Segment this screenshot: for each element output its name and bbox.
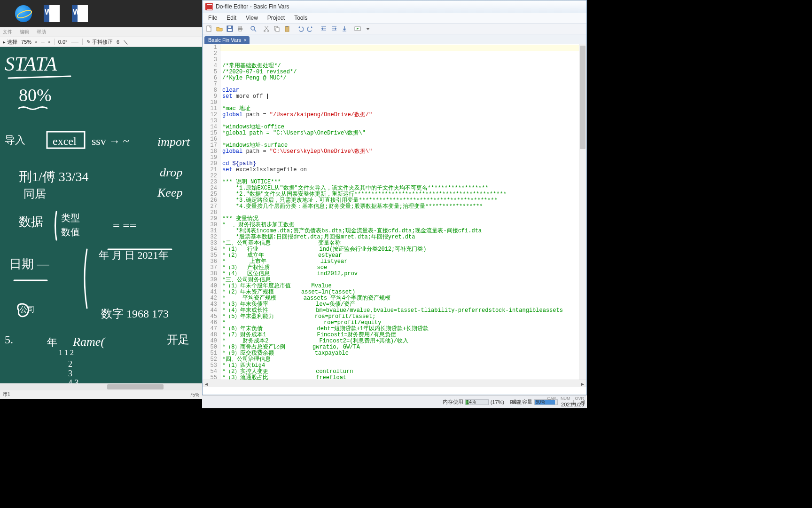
svg-text:1    1   2: 1 1 2 [59, 349, 74, 357]
svg-text:ssv → ~: ssv → ~ [92, 135, 129, 147]
svg-rect-26 [207, 26, 211, 32]
open-icon[interactable] [215, 24, 224, 33]
stata-dofile-editor: Do-file Editor - Basic Fin Vars File Edi… [202, 0, 587, 395]
hscroll-left-icon[interactable]: ◄ [203, 380, 210, 388]
rot-slider[interactable]: ── [71, 39, 78, 45]
svg-text:导入: 导入 [5, 134, 25, 146]
svg-text:公司: 公司 [20, 305, 35, 313]
word-icon-2[interactable] [66, 2, 94, 25]
word-icon[interactable] [38, 2, 66, 25]
svg-text:年: 年 [47, 336, 57, 348]
stata-app-icon [205, 3, 213, 10]
hand-correct-label: ✎ 手抖修正 [86, 39, 113, 46]
svg-text:80%: 80% [19, 85, 52, 105]
menu-view[interactable]: View [242, 14, 262, 22]
print-icon[interactable] [235, 24, 245, 33]
num-indicator: NUM [561, 396, 570, 402]
menu-bar: File Edit View Project Tools [203, 13, 586, 23]
find-icon[interactable] [249, 24, 258, 33]
system-date[interactable]: 2021/1/29 [526, 402, 587, 408]
language-indicator[interactable]: ENG [510, 400, 520, 405]
hand-correct-value[interactable]: 6 [117, 39, 119, 45]
whiteboard-toolbar: ▸ 选择 75% ▫ ─ ▫ 0.0° ── ✎ 手抖修正 6 ＼ [0, 37, 202, 47]
svg-text:开足: 开足 [167, 333, 189, 346]
cut-icon[interactable] [262, 24, 271, 33]
code-editor[interactable]: 1 2 3 4 5 6 7 8 9 10 11 12 13 14 15 16 1… [203, 44, 586, 380]
undo-icon[interactable] [296, 24, 305, 33]
wb-menu-help[interactable]: 帮助 [37, 29, 46, 35]
hscrollbar-thumb[interactable] [107, 384, 164, 389]
svg-text:import: import [157, 135, 190, 149]
indent-right-icon[interactable] [329, 24, 339, 33]
tab-basic-fin-vars[interactable]: Basic Fin Vars × [204, 36, 250, 44]
svg-text:数据: 数据 [19, 215, 43, 229]
window-title: Do-file Editor - Basic Fin Vars [216, 3, 289, 10]
status-left: 币1 [3, 391, 10, 398]
menu-project[interactable]: Project [264, 14, 289, 22]
tab-label: Basic Fin Vars [208, 37, 241, 43]
close-tab-icon[interactable]: × [244, 38, 247, 43]
whiteboard-app: 文件 编辑 帮助 ▸ 选择 75% ▫ ─ ▫ 0.0° ── ✎ 手抖修正 6… [0, 0, 202, 508]
whiteboard-menubar: 文件 编辑 帮助 [0, 27, 202, 37]
copy-icon[interactable] [272, 24, 281, 33]
ovr-indicator: OVR [575, 396, 584, 402]
memory-meter[interactable]: 内存使用 14% (17%) [443, 398, 504, 405]
svg-text:数值: 数值 [61, 227, 80, 237]
internet-explorer-icon[interactable] [9, 2, 38, 25]
svg-text:类型: 类型 [61, 213, 80, 223]
zoom-value[interactable]: 75% [21, 39, 31, 45]
zoom-slider[interactable]: ─ [41, 39, 45, 45]
svg-text:= ==: = == [113, 219, 137, 232]
svg-text:STATA: STATA [5, 53, 57, 75]
svg-text:2: 2 [68, 359, 72, 369]
windows-taskbar-fragment [0, 0, 202, 27]
current-line-highlight [220, 45, 586, 51]
svg-text:excel: excel [53, 135, 77, 147]
memory-label: 内存使用 [443, 398, 463, 405]
svg-point-35 [268, 31, 269, 32]
select-tool[interactable]: ▸ 选择 [3, 39, 17, 46]
svg-rect-38 [285, 26, 289, 32]
menu-file[interactable]: File [204, 14, 221, 22]
black-region-left [0, 399, 202, 508]
paste-icon[interactable] [282, 24, 292, 33]
svg-text:Keep: Keep [157, 186, 182, 199]
status-zoom: 75% [190, 392, 199, 397]
svg-rect-37 [276, 28, 279, 32]
indent-left-icon[interactable] [319, 24, 328, 33]
whiteboard-canvas[interactable]: STATA 80% 导入 excel ssv → ~ import 刑1/傅 3… [0, 47, 202, 390]
black-region-right [587, 0, 812, 508]
memory-pct: 14% [467, 399, 476, 405]
svg-point-34 [264, 31, 265, 32]
run-icon[interactable] [353, 24, 362, 33]
cap-indicator: CAP [547, 396, 556, 402]
rotation-value[interactable]: 0.0° [58, 39, 68, 45]
new-file-icon[interactable] [204, 24, 214, 33]
menu-edit[interactable]: Edit [223, 14, 240, 22]
whiteboard-statusbar: 币1 75% [0, 390, 202, 399]
svg-rect-31 [239, 26, 242, 28]
zoom-out-icon[interactable]: ▫ [35, 39, 37, 45]
toolbar [203, 23, 586, 34]
svg-point-33 [251, 26, 255, 30]
editor-hscrollbar[interactable]: ◄ ► [203, 380, 586, 387]
editor-tabs: Basic Fin Vars × [203, 34, 586, 44]
svg-text:3: 3 [68, 369, 72, 378]
menu-tools[interactable]: Tools [290, 14, 311, 22]
window-titlebar[interactable]: Do-file Editor - Basic Fin Vars [203, 0, 586, 13]
redo-icon[interactable] [306, 24, 315, 33]
svg-rect-39 [286, 26, 288, 27]
hscroll-right-icon[interactable]: ► [579, 380, 586, 388]
save-icon[interactable] [225, 24, 234, 33]
wb-menu-file[interactable]: 文件 [3, 29, 12, 35]
zoom-in-icon[interactable]: ▫ [48, 39, 50, 45]
line-tool-icon[interactable]: ＼ [123, 39, 128, 46]
bookmark-down-icon[interactable] [340, 24, 349, 33]
svg-text:年  月  日  2021年: 年 月 日 2021年 [99, 249, 169, 261]
whiteboard-hscrollbar[interactable] [0, 383, 202, 390]
wb-menu-edit[interactable]: 编辑 [20, 29, 29, 35]
code-content[interactable]: /*常用基础数据处理*//*2020-07-01 revised*//*Kyle… [220, 44, 586, 380]
run-drop-icon[interactable] [363, 24, 373, 33]
svg-rect-32 [239, 30, 242, 31]
keyboard-indicators: CAP NUM OVR [526, 396, 587, 402]
